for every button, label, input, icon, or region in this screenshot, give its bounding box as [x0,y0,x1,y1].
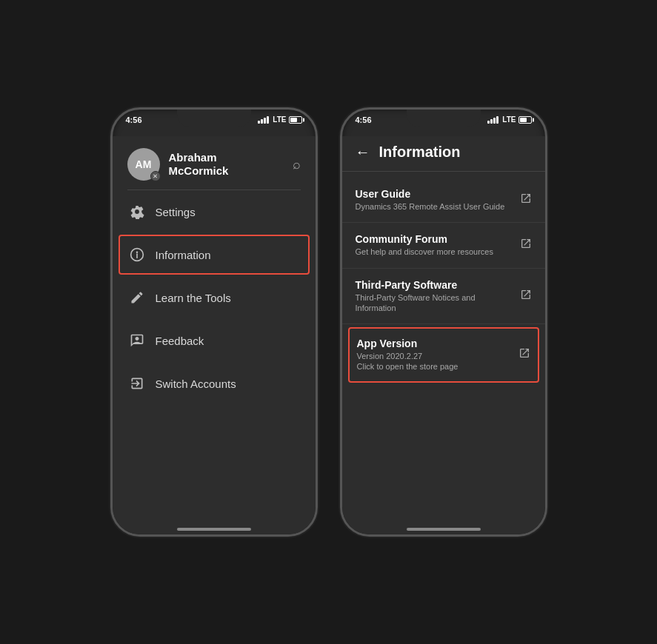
app-version-line1: Version 2020.2.27 [357,352,423,360]
app-version-subtitle: Version 2020.2.27 Click to open the stor… [357,351,513,372]
info-screen: ← Information User Guide Dynamics 365 Re… [342,136,545,534]
user-name-block: Abraham McCormick [169,151,229,178]
battery-left [289,116,302,124]
third-party-title: Third-Party Software [356,279,514,291]
user-guide-text: User Guide Dynamics 365 Remote Assist Us… [356,188,514,212]
app-version-text: App Version Version 2020.2.27 Click to o… [357,338,513,372]
app-version-external-icon [518,347,530,362]
signal-bars-right [487,116,498,124]
home-indicator-left [113,520,316,534]
info-item-third-party[interactable]: Third-Party Software Third-Party Softwar… [342,269,545,325]
battery-right [518,116,532,124]
lte-label-right: LTE [502,115,516,124]
info-item-user-guide[interactable]: User Guide Dynamics 365 Remote Assist Us… [342,178,545,223]
search-button[interactable]: ⌕ [293,157,301,172]
avatar-initials: AM [136,158,152,170]
sidebar-item-information[interactable]: Information [119,235,310,275]
user-name-line2: McCormick [169,164,229,178]
info-page-title: Information [379,144,461,161]
back-button[interactable]: ← [356,144,370,161]
third-party-text: Third-Party Software Third-Party Softwar… [356,279,514,314]
sidebar-item-settings[interactable]: Settings [113,190,316,233]
info-items-list: User Guide Dynamics 365 Remote Assist Us… [342,172,545,392]
community-forum-text: Community Forum Get help and discover mo… [356,233,514,257]
avatar-badge: ✕ [150,171,161,181]
app-version-title: App Version [357,338,513,349]
third-party-external-icon [520,289,532,303]
user-guide-title: User Guide [356,188,514,200]
avatar: AM ✕ [127,148,160,181]
switch-icon [129,375,145,392]
notch-right [407,110,481,127]
time-right: 4:56 [356,115,372,124]
feedback-label: Feedback [156,335,204,347]
information-label: Information [156,249,211,261]
app-version-line2: Click to open the store page [357,362,458,371]
feedback-icon [129,332,145,349]
gear-icon [129,204,145,220]
user-guide-external-icon [520,192,532,207]
settings-label: Settings [156,206,196,218]
user-name-line1: Abraham [169,151,229,164]
user-guide-subtitle: Dynamics 365 Remote Assist User Guide [356,201,514,212]
home-indicator-right [342,520,545,534]
menu-screen: AM ✕ Abraham McCormick ⌕ Settings [113,136,316,534]
left-phone: 4:56 LTE AM ✕ Abraham McC [110,107,318,537]
user-section: AM ✕ Abraham McCormick ⌕ [113,136,316,189]
user-info: AM ✕ Abraham McCormick [127,148,229,181]
community-forum-subtitle: Get help and discover more resources [356,246,514,257]
switch-accounts-label: Switch Accounts [156,378,236,390]
status-right-left: LTE [258,115,301,124]
home-bar-left [177,528,251,531]
lte-label-left: LTE [273,115,286,124]
pencil-icon [129,289,145,306]
sidebar-item-feedback[interactable]: Feedback [113,319,316,362]
sidebar-item-learn-tools[interactable]: Learn the Tools [113,276,316,319]
home-bar-right [407,528,481,531]
info-icon [129,246,145,263]
third-party-subtitle: Third-Party Software Notices and Informa… [356,292,514,314]
screen-spacer-left [113,405,316,520]
right-phone: 4:56 LTE ← Information User Guide [340,107,547,537]
screen-spacer-right [342,392,545,520]
notch [177,110,251,127]
time-left: 4:56 [126,115,142,124]
info-header: ← Information [342,136,545,172]
community-forum-title: Community Forum [356,233,514,245]
sidebar-item-switch-accounts[interactable]: Switch Accounts [113,362,316,405]
learn-tools-label: Learn the Tools [156,292,231,304]
info-item-app-version[interactable]: App Version Version 2020.2.27 Click to o… [348,327,539,383]
signal-bars-left [258,116,269,124]
community-forum-external-icon [520,238,532,252]
status-right-right: LTE [487,115,531,124]
info-item-community-forum[interactable]: Community Forum Get help and discover mo… [342,223,545,268]
